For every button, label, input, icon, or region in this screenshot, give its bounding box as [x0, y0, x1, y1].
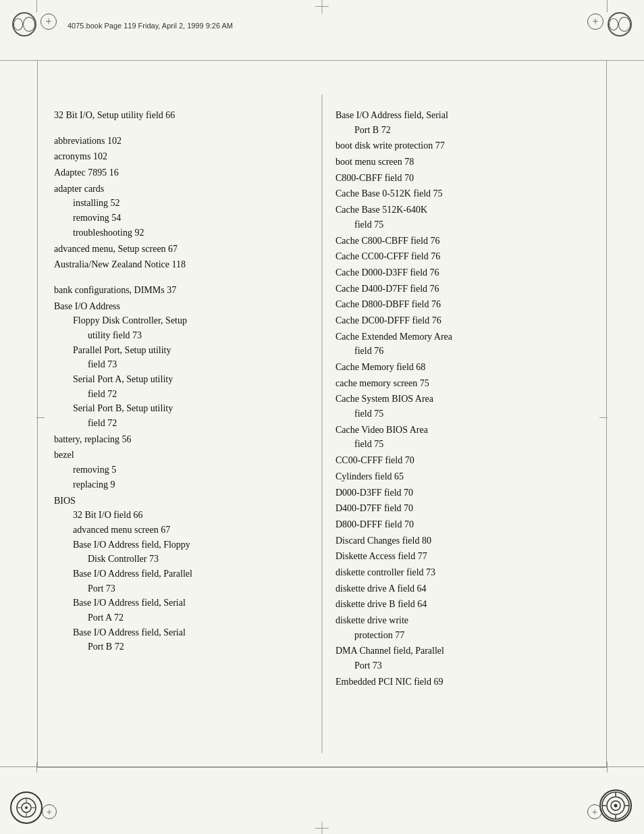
index-subterm: installing 52	[54, 196, 308, 211]
index-term: Cache Video BIOS Area	[336, 423, 597, 438]
list-item: 32 Bit I/O, Setup utility field 66	[54, 108, 308, 123]
index-subterm: Base I/O Address field, Serial	[54, 625, 308, 640]
list-item: diskette controller field 73	[336, 565, 597, 580]
tick-left-top	[36, 0, 37, 12]
index-term: Cache D400-D7FF field 76	[336, 282, 597, 296]
index-term: Cache DC00-DFFF field 76	[336, 313, 597, 328]
index-term: diskette drive A field 64	[336, 581, 597, 596]
list-item: D400-D7FF field 70	[336, 501, 597, 516]
index-term: Cache Base 0-512K field 75	[336, 186, 597, 201]
index-subterm-detail: field 72	[54, 387, 308, 402]
index-subterm: removing 54	[54, 211, 308, 226]
list-item: adapter cards installing 52 removing 54 …	[54, 182, 308, 240]
list-item: Cache C800-CBFF field 76	[336, 234, 597, 249]
index-subterm: Parallel Port, Setup utility	[54, 343, 308, 358]
index-term: Cache Base 512K-640K	[336, 203, 597, 217]
list-item: Cache Extended Memory Area field 76	[336, 330, 597, 359]
index-subterm: Base I/O Address field, Parallel	[54, 567, 308, 581]
index-term: adapter cards	[54, 182, 308, 197]
index-term: Cache D000-D3FF field 76	[336, 265, 597, 280]
index-term: boot menu screen 78	[336, 155, 597, 170]
index-subterm: field 75	[336, 407, 597, 421]
index-term: boot disk write protection 77	[336, 138, 597, 153]
list-item: battery, replacing 56	[54, 432, 308, 447]
crosshair-tl: +	[41, 14, 57, 30]
corner-decoration-br	[599, 789, 632, 822]
index-term: Cache Memory field 68	[336, 360, 597, 375]
crosshair-bl: +	[42, 804, 57, 819]
corner-decoration-tr	[608, 12, 632, 36]
list-item: CC00-CFFF field 70	[336, 453, 597, 468]
index-term: Cylinders field 65	[336, 469, 597, 484]
list-item: Cache Base 512K-640K field 75	[336, 203, 597, 232]
list-item: DMA Channel field, Parallel Port 73	[336, 644, 597, 673]
index-term: 32 Bit I/O, Setup utility field 66	[54, 108, 308, 123]
vert-line-right	[606, 61, 607, 766]
center-tick-top	[322, 0, 323, 14]
list-item: Embedded PCI NIC field 69	[336, 675, 597, 689]
vert-line-left	[37, 61, 38, 766]
list-item: bezel removing 5 replacing 9	[54, 448, 308, 492]
index-subterm-detail: Port 73	[54, 581, 308, 596]
horiz-line-bottom-top	[36, 767, 608, 768]
list-item: Cache Video BIOS Area field 75	[336, 423, 597, 452]
index-term: diskette controller field 73	[336, 565, 597, 580]
index-term: Cache Extended Memory Area	[336, 330, 597, 344]
index-term: D800-DFFF field 70	[336, 517, 597, 532]
list-item: Cache DC00-DFFF field 76	[336, 313, 597, 328]
index-term: acronyms 102	[54, 149, 308, 164]
list-item: bank configurations, DIMMs 37	[54, 283, 308, 298]
index-subterm: Port 73	[336, 658, 597, 673]
bottom-border: + +	[0, 766, 644, 834]
list-item: Cache CC00-CFFF field 76	[336, 249, 597, 264]
list-item: Cache D000-D3FF field 76	[336, 265, 597, 280]
list-item: advanced menu, Setup screen 67	[54, 242, 308, 257]
list-item: diskette drive B field 64	[336, 597, 597, 612]
mid-left-tick	[36, 417, 45, 418]
tick-bottom-left	[36, 762, 37, 773]
list-item: Base I/O Address Floppy Disk Controller,…	[54, 299, 308, 431]
list-item: Diskette Access field 77	[336, 549, 597, 564]
index-subterm: protection 77	[336, 628, 597, 643]
index-subterm: field 75	[336, 217, 597, 232]
index-term: CC00-CFFF field 70	[336, 453, 597, 468]
center-horiz-tick-bottom	[315, 828, 329, 829]
index-term: abbreviations 102	[54, 134, 308, 149]
index-term: Diskette Access field 77	[336, 549, 597, 564]
index-term: bank configurations, DIMMs 37	[54, 283, 308, 298]
list-item: diskette drive A field 64	[336, 581, 597, 596]
index-subterm-detail: Disk Controller 73	[54, 552, 308, 567]
tick-bottom-right	[607, 762, 608, 773]
index-term: Adaptec 7895 16	[54, 165, 308, 180]
index-subterm: Serial Port B, Setup utility	[54, 401, 308, 416]
index-subterm: troubleshooting 92	[54, 226, 308, 240]
deco-circle-bl	[10, 791, 43, 824]
list-item: Cache System BIOS Area field 75	[336, 392, 597, 421]
index-term: Discard Changes field 80	[336, 533, 597, 548]
index-subterm: replacing 9	[54, 477, 308, 492]
index-term: C800-CBFF field 70	[336, 171, 597, 186]
index-subterm: field 76	[336, 344, 597, 359]
list-item: diskette drive write protection 77	[336, 613, 597, 642]
list-item: BIOS 32 Bit I/O field 66 advanced menu s…	[54, 494, 308, 655]
list-item: boot disk write protection 77	[336, 138, 597, 153]
index-term: diskette drive write	[336, 613, 597, 628]
index-term: Base I/O Address	[54, 299, 308, 314]
index-subterm-detail: field 73	[54, 357, 308, 372]
index-subterm: Base I/O Address field, Floppy	[54, 538, 308, 552]
right-column: Base I/O Address field, Serial Port B 72…	[322, 108, 597, 753]
corner-decoration-tl	[12, 12, 36, 36]
index-subterm-detail: field 72	[54, 416, 308, 431]
index-term: D000-D3FF field 70	[336, 486, 597, 500]
mid-right-tick	[599, 417, 608, 418]
tick-right-top	[607, 0, 608, 12]
index-term: Cache System BIOS Area	[336, 392, 597, 407]
index-term: D400-D7FF field 70	[336, 501, 597, 516]
crosshair-tr: +	[587, 14, 603, 30]
index-term: BIOS	[54, 494, 308, 509]
list-item: Cache D400-D7FF field 76	[336, 282, 597, 296]
list-item: Cache Base 0-512K field 75	[336, 186, 597, 201]
index-term: bezel	[54, 448, 308, 463]
index-subterm-detail: utility field 73	[54, 328, 308, 343]
index-term: DMA Channel field, Parallel	[336, 644, 597, 658]
